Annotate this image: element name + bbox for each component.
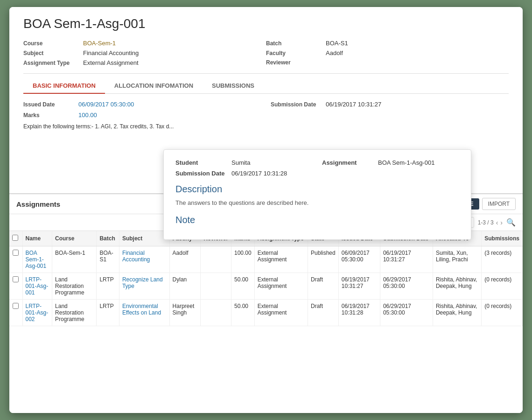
row-course: Land Restoration Programme <box>52 300 97 326</box>
assignment-type-label: Assignment Type <box>23 60 79 66</box>
table-row: LRTP-001-Asg-002 Land Restoration Progra… <box>9 300 523 326</box>
popup-submission-date-value: 06/19/2017 10:31:28 <box>231 170 287 177</box>
row-submission-date: 06/19/2017 10:31:27 <box>380 246 433 273</box>
row-checkbox-cell <box>9 273 22 300</box>
popup-row-2: Submission Date 06/19/2017 10:31:28 <box>175 170 459 177</box>
next-page-button[interactable]: › <box>500 219 503 226</box>
table-wrapper: Name Course Batch Subject Faculty Review… <box>9 231 523 413</box>
col-subject: Subject <box>119 231 169 246</box>
row-submissions: (3 records) <box>482 246 523 273</box>
row-assignment-type: External Assignment <box>254 300 308 326</box>
course-value[interactable]: BOA-Sem-1 <box>83 40 116 47</box>
col-batch: Batch <box>97 231 119 246</box>
row-reviewer <box>201 246 231 273</box>
faculty-value: Aadolf <box>326 49 343 56</box>
row-batch: LRTP <box>97 300 119 326</box>
row-submissions: (0 records) <box>482 300 523 326</box>
popup-assignment-field: Assignment BOA Sem-1-Asg-001 <box>322 159 459 166</box>
popup-student-field: Student Sumita <box>175 159 313 166</box>
assignment-type-value: External Assignment <box>83 59 139 66</box>
popup-row-1: Student Sumita Assignment BOA Sem-1-Asg-… <box>175 159 459 166</box>
popup-student-label: Student <box>175 159 227 166</box>
row-marks: 50.00 <box>231 273 255 300</box>
table-row: BOA Sem-1-Asg-001 BOA-Sem-1 BOA-S1 Finan… <box>9 246 523 273</box>
submission-date-value: 06/19/2017 10:31:27 <box>326 101 381 108</box>
row-subject[interactable]: Environmental Effects on Land <box>119 300 169 326</box>
assignments-table: Name Course Batch Subject Faculty Review… <box>9 231 523 326</box>
row-allocated-to: Rishita, Abhinav, Deepak, Hung <box>433 273 481 300</box>
col-name: Name <box>22 231 52 246</box>
row-allocated-to: Rishita, Abhinav, Deepak, Hung <box>433 300 481 326</box>
tab-allocation-information[interactable]: ALLOCATION INFOMATION <box>105 78 203 94</box>
tab-basic-information[interactable]: BASIC INFORMATION <box>23 78 105 94</box>
reviewer-row: Reviewer <box>266 59 509 66</box>
search-button[interactable]: 🔍 <box>506 218 516 227</box>
row-state: Draft <box>308 273 338 300</box>
row-issued-date: 06/19/2017 10:31:28 <box>338 300 380 326</box>
row-reviewer <box>201 273 231 300</box>
tab-submissions[interactable]: SUBMISSIONS <box>203 78 264 94</box>
prev-page-button[interactable]: ‹ <box>496 219 498 226</box>
info-grid: Course BOA-Sem-1 Subject Financial Accou… <box>23 40 509 66</box>
row-submission-date: 06/29/2017 05:30:00 <box>380 273 433 300</box>
row-batch: LRTP <box>97 273 119 300</box>
info-right: Batch BOA-S1 Faculty Aadolf Reviewer <box>266 40 509 66</box>
info-left: Course BOA-Sem-1 Subject Financial Accou… <box>23 40 266 66</box>
row-marks: 50.00 <box>231 300 255 326</box>
import-button[interactable]: IMPORT <box>482 198 516 210</box>
popup-submission-date-label: Submission Date <box>175 170 227 177</box>
row-name[interactable]: BOA Sem-1-Asg-001 <box>22 246 52 273</box>
course-label: Course <box>23 40 79 47</box>
subject-value: Financial Accounting <box>83 49 139 56</box>
table-row: LRTP-001-Asg-001 Land Restoration Progra… <box>9 273 523 300</box>
popup-student-value: Sumita <box>231 159 250 166</box>
row-faculty: Dylan <box>169 273 201 300</box>
row-subject[interactable]: Financial Accounting <box>119 246 169 273</box>
popup-submission-date-field: Submission Date 06/19/2017 10:31:28 <box>175 170 313 177</box>
faculty-row: Faculty Aadolf <box>266 49 509 56</box>
subject-label: Subject <box>23 50 79 56</box>
row-course: BOA-Sem-1 <box>52 246 97 273</box>
subject-row: Subject Financial Accounting <box>23 49 266 56</box>
question-text: Explain the following terms:- 1. AGI, 2.… <box>23 123 509 130</box>
table-body: BOA Sem-1-Asg-001 BOA-Sem-1 BOA-S1 Finan… <box>9 246 523 326</box>
row-marks: 100.00 <box>231 246 255 273</box>
row-batch: BOA-S1 <box>97 246 119 273</box>
row-submission-date: 06/29/2017 05:30:00 <box>380 300 433 326</box>
row-name[interactable]: LRTP-001-Asg-001 <box>22 273 52 300</box>
row-name[interactable]: LRTP-001-Asg-002 <box>22 300 52 326</box>
select-all-header <box>9 231 22 246</box>
marks-value: 100.00 <box>78 112 97 119</box>
row-checkbox[interactable] <box>13 250 19 256</box>
row-assignment-type: External Assignment <box>254 273 308 300</box>
assignment-type-row: Assignment Type External Assignment <box>23 59 266 66</box>
popup-note-title: Note <box>175 215 459 225</box>
divider <box>23 73 509 74</box>
list-title: Assignments <box>16 200 60 208</box>
col-course: Course <box>52 231 97 246</box>
popup-description-text: The answers to the questions are describ… <box>175 198 459 208</box>
row-checkbox-cell <box>9 246 22 273</box>
col-submissions: Submissions <box>482 231 523 246</box>
issued-date-label: Issued Date <box>23 101 75 108</box>
popup-assignment-label: Assignment <box>322 159 373 166</box>
marks-label: Marks <box>23 112 75 119</box>
row-checkbox-cell <box>9 300 22 326</box>
popup-overlay: Student Sumita Assignment BOA Sem-1-Asg-… <box>163 149 471 240</box>
reviewer-label: Reviewer <box>266 59 322 66</box>
faculty-label: Faculty <box>266 50 322 56</box>
select-all-checkbox[interactable] <box>12 235 18 241</box>
submission-date-label: Submission Date <box>271 101 322 108</box>
popup-description-title: Description <box>175 184 459 195</box>
batch-value: BOA-S1 <box>326 40 348 47</box>
main-frame: BOA Sem-1-Asg-001 Course BOA-Sem-1 Subje… <box>9 7 523 413</box>
fields-grid: Issued Date 06/09/2017 05:30:00 Submissi… <box>23 101 509 119</box>
row-subject[interactable]: Recognize Land Type <box>119 273 169 300</box>
issued-date-value: 06/09/2017 05:30:00 <box>78 101 134 108</box>
page-title: BOA Sem-1-Asg-001 <box>23 16 509 31</box>
row-course: Land Restoration Programme <box>52 273 97 300</box>
row-state: Published <box>308 246 338 273</box>
row-issued-date: 06/09/2017 05:30:00 <box>338 246 380 273</box>
row-checkbox[interactable] <box>13 276 19 282</box>
row-checkbox[interactable] <box>13 303 19 309</box>
